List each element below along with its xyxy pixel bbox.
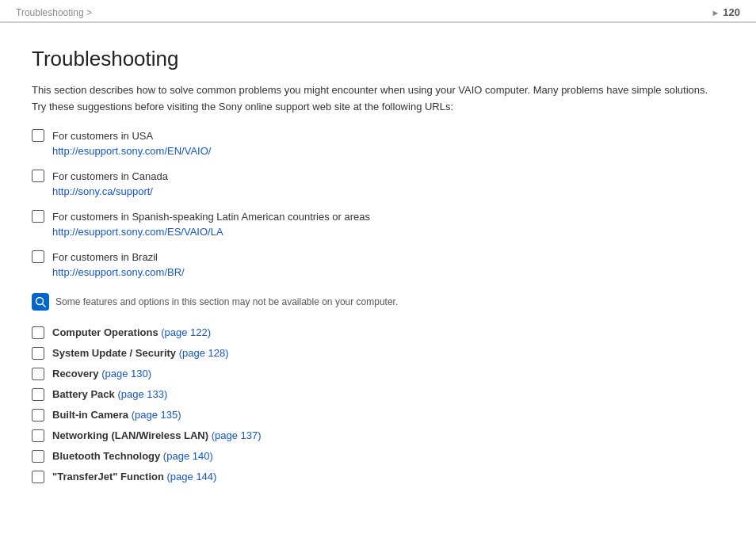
nav-bullet-icon — [32, 388, 44, 401]
list-bullet-icon — [32, 250, 44, 263]
list-content: For customers in Canada http://sony.ca/s… — [52, 169, 724, 200]
nav-bullet-icon — [32, 471, 44, 483]
nav-bullet-icon — [32, 347, 44, 360]
nav-content: Computer Operations (page 122) — [52, 326, 211, 338]
nav-item: Built-in Camera (page 135) — [32, 409, 724, 421]
intro-paragraph: This section describes how to solve comm… — [32, 82, 724, 116]
note-box: Some features and options in this sectio… — [32, 293, 724, 311]
nav-link-bluetooth[interactable]: (page 140) — [163, 450, 213, 462]
nav-bullet-icon — [32, 409, 44, 421]
page-arrow: ► — [711, 8, 720, 17]
list-item: For customers in USA http://esupport.son… — [32, 128, 724, 159]
nav-label: System Update / Security — [52, 347, 179, 359]
support-link-canada[interactable]: http://sony.ca/support/ — [52, 185, 153, 197]
nav-item: Computer Operations (page 122) — [32, 326, 724, 339]
support-link-usa[interactable]: http://esupport.sony.com/EN/VAIO/ — [52, 145, 211, 157]
link-label: For customers in USA — [52, 128, 724, 144]
nav-item: "TransferJet" Function (page 144) — [32, 471, 724, 483]
link-label: For customers in Brazil — [52, 250, 724, 265]
nav-content: Bluetooth Technology (page 140) — [52, 450, 213, 462]
support-link-latin[interactable]: http://esupport.sony.com/ES/VAIO/LA — [52, 226, 223, 238]
list-content: For customers in Brazil http://esupport.… — [52, 250, 724, 280]
nav-link-networking[interactable]: (page 137) — [212, 429, 262, 441]
page-number: 120 — [723, 6, 740, 18]
support-link-brazil[interactable]: http://esupport.sony.com/BR/ — [52, 266, 185, 278]
nav-item: Recovery (page 130) — [32, 368, 724, 380]
nav-bullet-icon — [32, 429, 44, 442]
nav-item: Bluetooth Technology (page 140) — [32, 450, 724, 463]
list-item: For customers in Canada http://sony.ca/s… — [32, 169, 724, 200]
list-content: For customers in USA http://esupport.son… — [52, 128, 724, 159]
nav-bullet-icon — [32, 326, 44, 339]
nav-link-transferjet[interactable]: (page 144) — [167, 471, 217, 483]
nav-item: Networking (LAN/Wireless LAN) (page 137) — [32, 429, 724, 442]
nav-content: Recovery (page 130) — [52, 368, 151, 380]
link-label: For customers in Canada — [52, 169, 724, 185]
list-bullet-icon — [32, 210, 44, 223]
nav-link-system-update[interactable]: (page 128) — [179, 347, 229, 359]
nav-label: Battery Pack — [52, 388, 117, 400]
main-content: Troubleshooting This section describes h… — [0, 23, 756, 507]
nav-link-camera[interactable]: (page 135) — [132, 409, 181, 421]
page-title: Troubleshooting — [32, 47, 724, 71]
nav-content: System Update / Security (page 128) — [52, 347, 229, 359]
nav-content: Battery Pack (page 133) — [52, 388, 167, 400]
nav-bullet-icon — [32, 450, 44, 463]
list-item: For customers in Brazil http://esupport.… — [32, 250, 724, 280]
nav-link-computer-operations[interactable]: (page 122) — [161, 326, 211, 338]
page-number-area: ► 120 — [711, 6, 740, 18]
list-bullet-icon — [32, 129, 44, 142]
nav-item: Battery Pack (page 133) — [32, 388, 724, 401]
note-text: Some features and options in this sectio… — [55, 293, 398, 309]
nav-content: "TransferJet" Function (page 144) — [52, 471, 216, 483]
nav-bullet-icon — [32, 368, 44, 380]
nav-label: Recovery — [52, 368, 101, 380]
nav-label: "TransferJet" Function — [52, 471, 167, 483]
nav-label: Computer Operations — [52, 326, 161, 338]
note-icon — [32, 293, 49, 311]
nav-label: Networking (LAN/Wireless LAN) — [52, 429, 212, 441]
nav-content: Built-in Camera (page 135) — [52, 409, 181, 421]
nav-item: System Update / Security (page 128) — [32, 347, 724, 360]
page-header: Troubleshooting > ► 120 — [0, 0, 756, 22]
nav-link-battery[interactable]: (page 133) — [117, 388, 167, 400]
list-bullet-icon — [32, 170, 44, 182]
nav-content: Networking (LAN/Wireless LAN) (page 137) — [52, 429, 262, 441]
search-icon — [35, 296, 46, 307]
svg-line-1 — [43, 303, 46, 307]
breadcrumb: Troubleshooting > — [16, 7, 92, 18]
nav-label: Built-in Camera — [52, 409, 132, 421]
support-links-list: For customers in USA http://esupport.son… — [32, 128, 724, 280]
navigation-list: Computer Operations (page 122) System Up… — [32, 326, 724, 483]
nav-link-recovery[interactable]: (page 130) — [101, 368, 151, 380]
nav-label: Bluetooth Technology — [52, 450, 163, 462]
list-item: For customers in Spanish-speaking Latin … — [32, 209, 724, 240]
link-label: For customers in Spanish-speaking Latin … — [52, 209, 724, 225]
list-content: For customers in Spanish-speaking Latin … — [52, 209, 724, 240]
